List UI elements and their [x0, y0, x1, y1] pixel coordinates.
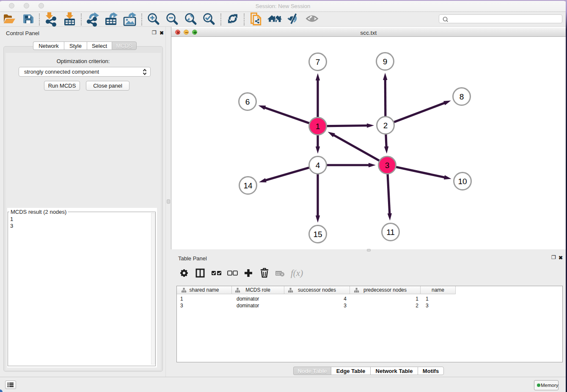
svg-text:10: 10 — [458, 177, 467, 186]
svg-text:7: 7 — [316, 58, 320, 66]
svg-text:4: 4 — [316, 161, 320, 170]
svg-text:11: 11 — [386, 228, 395, 237]
svg-text:1: 1 — [316, 122, 320, 131]
svg-text:f(x): f(x) — [291, 268, 303, 278]
svg-text:8: 8 — [460, 92, 464, 101]
svg-text:2: 2 — [383, 121, 388, 130]
svg-text:3: 3 — [385, 161, 390, 170]
svg-text:9: 9 — [383, 57, 388, 66]
svg-text:6: 6 — [245, 97, 250, 106]
svg-text:14: 14 — [243, 181, 253, 190]
svg-text:15: 15 — [313, 230, 322, 239]
